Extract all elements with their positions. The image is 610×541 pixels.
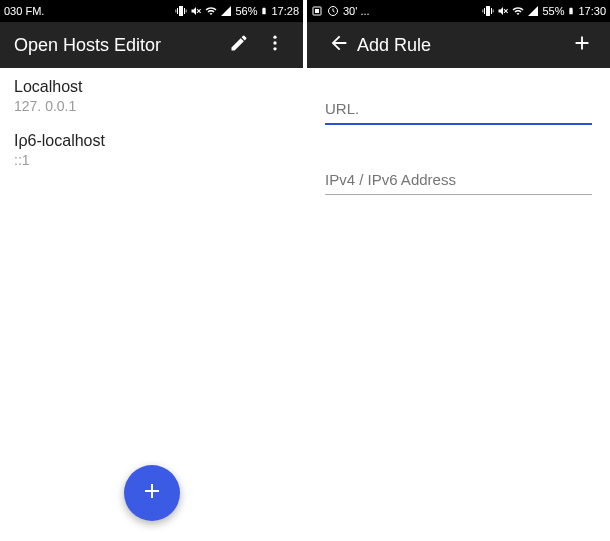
host-item[interactable]: Localhost 127. 0.0.1 [14,78,289,114]
overflow-button[interactable] [257,27,293,63]
battery-icon [260,5,268,17]
signal-icon [527,5,539,17]
phone-right: 30' ... 55% 17:30 [307,0,610,541]
url-field-wrapper [325,94,592,125]
url-input[interactable] [325,94,592,125]
edit-button[interactable] [221,27,257,63]
plus-icon [571,32,593,58]
back-button[interactable] [321,27,357,63]
svg-point-0 [273,36,276,39]
appbar: Add Rule [307,22,610,68]
vibrate-icon [175,5,187,17]
appbar: Open Hosts Editor [0,22,303,68]
clock-text: 17:28 [271,5,299,17]
plus-icon [140,479,164,507]
screenshot-icon [311,5,323,17]
battery-text: 55% [542,5,564,17]
statusbar: 30' ... 55% 17:30 [307,0,610,22]
host-name: Iρ6-localhost [14,132,289,150]
svg-point-2 [273,47,276,50]
content-area: Localhost 127. 0.0.1 Iρ6-localhost ::1 [0,68,303,541]
wifi-icon [512,5,524,17]
status-left-text: 30' ... [343,5,370,17]
battery-icon [567,5,575,17]
more-vert-icon [265,33,285,57]
clock-text: 17:30 [578,5,606,17]
status-left-text: 030 FM. [4,5,44,17]
svg-point-1 [273,41,276,44]
add-button[interactable] [564,27,600,63]
fab-add-button[interactable] [124,465,180,521]
phone-left: 030 FM. 56% 17:28 Open Hosts Editor [0,0,303,541]
add-rule-form [307,68,610,261]
hosts-list: Localhost 127. 0.0.1 Iρ6-localhost ::1 [0,68,303,196]
clock-icon [327,5,339,17]
vibrate-icon [482,5,494,17]
battery-text: 56% [235,5,257,17]
mute-icon [190,5,202,17]
address-field-wrapper [325,165,592,195]
mute-icon [497,5,509,17]
arrow-back-icon [328,32,350,58]
app-title: Add Rule [357,35,564,56]
wifi-icon [205,5,217,17]
signal-icon [220,5,232,17]
app-title: Open Hosts Editor [14,35,221,56]
host-ip: 127. 0.0.1 [14,98,289,114]
host-name: Localhost [14,78,289,96]
content-area [307,68,610,541]
statusbar: 030 FM. 56% 17:28 [0,0,303,22]
svg-rect-4 [315,9,319,13]
host-ip: ::1 [14,152,289,168]
pencil-icon [229,33,249,57]
address-input[interactable] [325,165,592,195]
host-item[interactable]: Iρ6-localhost ::1 [14,132,289,168]
